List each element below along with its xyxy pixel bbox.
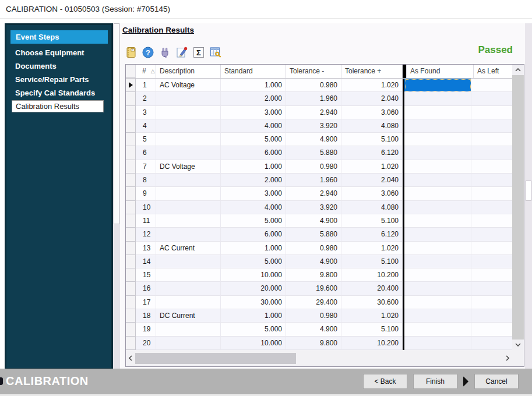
- row-selector[interactable]: [126, 268, 136, 282]
- as-left-cell[interactable]: [471, 119, 512, 133]
- as-left-cell[interactable]: [471, 214, 512, 228]
- as-found-cell[interactable]: [404, 79, 471, 92]
- column-header-as-left[interactable]: As Left: [474, 65, 515, 78]
- sigma-icon[interactable]: Σ: [192, 45, 206, 59]
- row-selector[interactable]: [126, 119, 136, 133]
- row-selector[interactable]: [126, 323, 136, 336]
- table-row[interactable]: 17 30.000 29.400 30.600: [126, 296, 524, 309]
- table-row[interactable]: 8 2.000 1.960 2.040: [126, 174, 524, 187]
- as-left-cell[interactable]: [471, 133, 512, 146]
- row-selector[interactable]: [126, 187, 136, 200]
- row-selector[interactable]: [126, 309, 136, 323]
- row-selector[interactable]: [126, 79, 136, 92]
- as-left-cell[interactable]: [471, 296, 512, 309]
- as-left-cell[interactable]: [471, 174, 512, 187]
- as-found-cell[interactable]: [404, 133, 471, 146]
- notebook-icon[interactable]: [124, 45, 138, 59]
- table-row[interactable]: 16 20.000 19.600 20.400: [126, 282, 524, 295]
- row-selector[interactable]: [126, 255, 136, 268]
- table-row[interactable]: 14 5.000 4.900 5.100: [126, 255, 524, 268]
- grid-horizontal-scrollbar[interactable]: [126, 350, 512, 366]
- table-row[interactable]: 3 3.000 2.940 3.060: [126, 106, 524, 119]
- as-found-cell[interactable]: [404, 174, 471, 187]
- window-vertical-scrollbar[interactable]: [525, 23, 532, 369]
- cancel-button[interactable]: Cancel: [474, 374, 519, 389]
- chevron-right-icon[interactable]: [503, 350, 512, 366]
- table-row[interactable]: 4 4.000 3.920 4.080: [126, 119, 524, 133]
- sidebar-item-service-repair-parts[interactable]: Service/Repair Parts: [10, 73, 108, 86]
- sidebar-item-calibration-results[interactable]: Calibration Results: [12, 100, 104, 112]
- power-plug-icon[interactable]: [158, 45, 172, 59]
- as-left-cell[interactable]: [471, 201, 512, 214]
- grid-wizard-icon[interactable]: [209, 45, 223, 59]
- as-found-cell[interactable]: [404, 160, 471, 174]
- row-selector[interactable]: [126, 214, 136, 228]
- table-row[interactable]: 19 5.000 4.900 5.100: [126, 323, 524, 336]
- column-header-num[interactable]: # △: [136, 65, 156, 78]
- as-found-cell[interactable]: [404, 214, 471, 228]
- as-left-cell[interactable]: [471, 337, 512, 350]
- back-button[interactable]: < Back: [363, 374, 407, 389]
- as-left-cell[interactable]: [471, 79, 512, 92]
- table-row[interactable]: 2 2.000 1.960 2.040: [126, 92, 524, 105]
- as-found-cell[interactable]: [404, 323, 471, 336]
- as-found-cell[interactable]: [404, 187, 471, 200]
- as-found-cell[interactable]: [404, 228, 471, 241]
- as-left-cell[interactable]: [471, 160, 512, 174]
- sidebar-item-choose-equipment[interactable]: Choose Equipment: [10, 47, 108, 59]
- chevron-down-icon[interactable]: [512, 340, 524, 350]
- as-left-cell[interactable]: [471, 323, 512, 336]
- help-icon[interactable]: ?: [141, 45, 155, 59]
- as-found-cell[interactable]: [404, 309, 471, 323]
- row-selector[interactable]: [126, 160, 136, 174]
- table-row[interactable]: 9 3.000 2.940 3.060: [126, 187, 524, 200]
- grid-vertical-scrollbar[interactable]: [512, 65, 524, 350]
- row-selector[interactable]: [126, 146, 136, 160]
- as-found-cell[interactable]: [404, 296, 471, 309]
- row-selector[interactable]: [126, 242, 136, 255]
- as-left-cell[interactable]: [471, 255, 512, 268]
- table-row[interactable]: 20 10.000 9.800 10.200: [126, 337, 524, 350]
- table-row[interactable]: 7 DC Voltage 1.000 0.980 1.020: [126, 160, 524, 174]
- row-selector[interactable]: [126, 282, 136, 295]
- row-selector[interactable]: [126, 174, 136, 187]
- as-found-cell[interactable]: [404, 255, 471, 268]
- column-header-standard[interactable]: Standard: [221, 65, 286, 78]
- grid-vscrollbar-thumb[interactable]: [512, 75, 524, 340]
- as-left-cell[interactable]: [471, 268, 512, 282]
- as-left-cell[interactable]: [471, 146, 512, 160]
- row-selector[interactable]: [126, 92, 136, 105]
- table-row[interactable]: 6 6.000 5.880 6.120: [126, 146, 524, 160]
- as-found-cell[interactable]: [404, 337, 471, 350]
- finish-button[interactable]: Finish: [413, 374, 457, 389]
- as-left-cell[interactable]: [471, 106, 512, 119]
- as-found-cell[interactable]: [404, 119, 471, 133]
- window-scrollbar-thumb[interactable]: [526, 181, 531, 201]
- table-row[interactable]: 12 6.000 5.880 6.120: [126, 228, 524, 241]
- as-found-cell[interactable]: [404, 201, 471, 214]
- row-selector[interactable]: [126, 133, 136, 146]
- grid-hscrollbar-track[interactable]: [135, 353, 503, 364]
- table-row[interactable]: 11 5.000 4.900 5.100: [126, 214, 524, 228]
- column-header-tolerance-plus[interactable]: Tolerance +: [341, 65, 403, 78]
- collapse-arrow-icon[interactable]: [463, 376, 468, 387]
- as-found-cell[interactable]: [404, 146, 471, 160]
- table-row[interactable]: 10 4.000 3.920 4.080: [126, 201, 524, 214]
- table-row[interactable]: 18 DC Current 1.000 0.980 1.020: [126, 309, 524, 323]
- edit-pencil-icon[interactable]: [175, 45, 189, 59]
- grid-hscrollbar-thumb[interactable]: [135, 353, 296, 364]
- as-found-cell[interactable]: [404, 106, 471, 119]
- as-found-cell[interactable]: [404, 92, 471, 105]
- as-left-cell[interactable]: [471, 242, 512, 255]
- table-row[interactable]: 5 5.000 4.900 5.100: [126, 133, 524, 146]
- chevron-up-icon[interactable]: [512, 65, 524, 75]
- as-found-cell[interactable]: [404, 282, 471, 295]
- as-found-cell[interactable]: [404, 268, 471, 282]
- row-selector[interactable]: [126, 228, 136, 241]
- as-left-cell[interactable]: [471, 187, 512, 200]
- as-left-cell[interactable]: [471, 92, 512, 105]
- column-header-description[interactable]: Description: [156, 65, 221, 78]
- column-header-tolerance-minus[interactable]: Tolerance -: [286, 65, 341, 78]
- column-header-as-found[interactable]: As Found: [407, 65, 474, 78]
- table-row[interactable]: 13 AC Current 1.000 0.980 1.020: [126, 242, 524, 255]
